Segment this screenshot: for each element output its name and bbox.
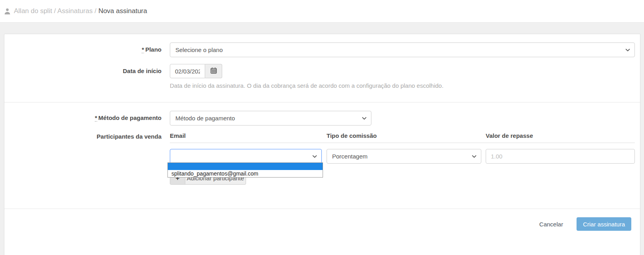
payment-section: *Método de pagamento Método de pagamento…	[4, 102, 640, 209]
participantes-label: Participantes da venda	[4, 132, 170, 185]
participante-row: splitando_pagamentos@gmail.com + Adicion…	[170, 149, 635, 185]
email-select[interactable]	[170, 149, 322, 164]
chevron-down-icon	[361, 116, 367, 122]
plan-section: *Plano Selecione o plano Data de início	[4, 34, 640, 102]
participantes-header-row: Email Tipo de comissão Valor de repasse	[170, 132, 635, 143]
calendar-button[interactable]	[205, 64, 222, 78]
tipo-comissao-column-header: Tipo de comissão	[327, 132, 481, 139]
email-option[interactable]: splitando_pagamentos@gmail.com	[168, 170, 323, 177]
email-option-empty[interactable]	[168, 163, 323, 170]
chevron-down-icon	[625, 47, 631, 54]
data-inicio-row: Data de início	[4, 64, 640, 89]
breadcrumb: Allan do split / Assinaturas / Nova assi…	[0, 0, 644, 23]
plano-row: *Plano Selecione o plano	[4, 42, 640, 57]
form-footer: Cancelar Criar assinatura	[4, 209, 640, 247]
tipo-comissao-select[interactable]: Porcentagem	[327, 149, 481, 164]
metodo-select-value: Método de pagamento	[175, 115, 235, 122]
breadcrumb-trail[interactable]: Allan do split / Assinaturas /	[14, 7, 96, 15]
required-marker: *	[142, 46, 144, 53]
cancel-button[interactable]: Cancelar	[537, 220, 565, 228]
metodo-row: *Método de pagamento Método de pagamento	[4, 111, 640, 126]
plano-label: *Plano	[4, 42, 170, 57]
chevron-down-icon	[471, 154, 477, 160]
plano-select[interactable]: Selecione o plano	[170, 42, 635, 57]
tipo-select-value: Porcentagem	[332, 153, 367, 160]
person-icon	[4, 8, 11, 15]
data-inicio-label: Data de início	[4, 64, 170, 89]
valor-repasse-input[interactable]	[486, 149, 635, 164]
valor-repasse-column-header: Valor de repasse	[486, 132, 635, 139]
participantes-row: Participantes da venda Email Tipo de com…	[4, 132, 640, 185]
required-marker: *	[95, 115, 97, 122]
chevron-down-icon	[312, 154, 317, 160]
metodo-label: *Método de pagamento	[4, 111, 170, 126]
create-subscription-button[interactable]: Criar assinatura	[577, 217, 631, 231]
calendar-icon	[210, 67, 217, 75]
data-inicio-help: Data de início da assinatura. O dia da c…	[170, 82, 635, 89]
email-column-header: Email	[170, 132, 322, 139]
metodo-pagamento-select[interactable]: Método de pagamento	[170, 111, 371, 126]
email-dropdown-list: splitando_pagamentos@gmail.com	[167, 162, 323, 178]
plano-select-value: Selecione o plano	[175, 46, 223, 53]
data-inicio-input[interactable]	[170, 64, 205, 78]
breadcrumb-current: Nova assinatura	[98, 7, 147, 15]
new-subscription-form: *Plano Selecione o plano Data de início	[4, 34, 640, 255]
